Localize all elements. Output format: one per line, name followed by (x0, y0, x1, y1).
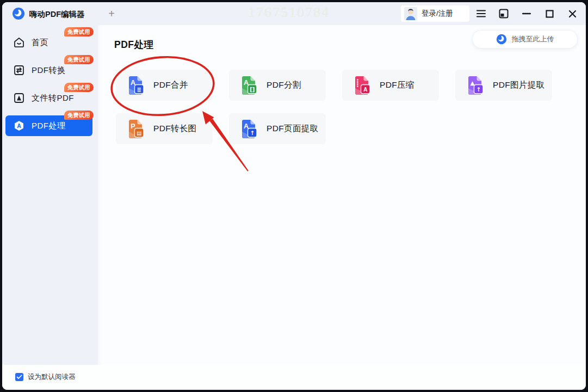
free-trial-badge: 免费试用 (64, 111, 94, 120)
svg-text:┋: ┋ (356, 79, 360, 87)
file-to-pdf-icon (13, 92, 25, 104)
card-pdf-compress[interactable]: ┋ A PDF压缩 (342, 70, 439, 101)
pdf-compress-icon: ┋ A (351, 75, 372, 96)
svg-text:[]: [] (250, 86, 255, 92)
upload-logo-icon (496, 34, 507, 45)
watermark-text: 1767510784 (248, 4, 330, 21)
free-trial-badge: 免费试用 (64, 27, 94, 36)
app-window: 嗨动PDF编辑器 + 1767510784 登录/注册 (2, 2, 586, 390)
card-pdf-page-extract[interactable]: A ↑ PDF页面提取 (229, 113, 326, 144)
app-logo-icon (12, 7, 25, 20)
card-pdf-merge[interactable]: A ≣ PDF合并 (116, 70, 213, 101)
sidebar-item-label: 文件转PDF (32, 93, 74, 103)
svg-text:A: A (17, 122, 21, 129)
svg-text:▤: ▤ (137, 130, 141, 136)
close-button[interactable] (564, 5, 580, 22)
card-label: PDF分割 (267, 79, 301, 91)
card-pdf-to-long-image[interactable]: P ▤ PDF转长图 (116, 113, 213, 144)
avatar (404, 7, 417, 20)
svg-text:A: A (363, 86, 367, 92)
svg-text:↑: ↑ (476, 85, 481, 92)
checkbox-checked-icon[interactable] (15, 373, 23, 381)
menu-hamburger-icon[interactable] (473, 5, 489, 22)
minimize-button[interactable] (518, 5, 535, 22)
default-reader-label: 设为默认阅读器 (28, 372, 76, 382)
page-title: PDF处理 (114, 38, 154, 51)
maximize-button[interactable] (541, 5, 558, 22)
sidebar-item-label: 首页 (32, 38, 48, 48)
pdf-image-extract-icon: ▲ ↑ (465, 75, 485, 96)
sidebar-item-label: PDF处理 (32, 121, 66, 131)
app-window-frame: 嗨动PDF编辑器 + 1767510784 登录/注册 (0, 0, 588, 392)
svg-text:▲: ▲ (470, 79, 475, 85)
card-label: PDF合并 (153, 79, 188, 91)
free-trial-badge: 免费试用 (64, 83, 94, 92)
pdf-page-extract-icon: A ↑ (238, 119, 259, 139)
login-label: 登录/注册 (422, 9, 453, 19)
pdf-convert-icon (13, 64, 25, 76)
home-icon (13, 36, 25, 48)
svg-text:↑: ↑ (250, 129, 255, 136)
pdf-to-long-image-icon: P ▤ (125, 119, 146, 139)
drag-upload-label: 拖拽至此上传 (512, 34, 554, 44)
card-label: PDF压缩 (380, 79, 414, 91)
login-button[interactable]: 登录/注册 (401, 5, 469, 22)
card-pdf-split[interactable]: A [] PDF分割 (229, 70, 326, 101)
card-label: PDF页面提取 (267, 123, 318, 134)
card-label: PDF图片提取 (493, 79, 544, 91)
pdf-split-icon: A [] (238, 75, 259, 96)
card-label: PDF转长图 (153, 123, 196, 134)
layout-panel-icon[interactable] (496, 5, 512, 22)
sidebar-item-label: PDF转换 (32, 65, 66, 76)
titlebar: 嗨动PDF编辑器 + 1767510784 登录/注册 (2, 2, 586, 25)
window-controls (473, 2, 580, 25)
footer-bar: 设为默认阅读器 (2, 365, 586, 390)
app-title: 嗨动PDF编辑器 (29, 9, 85, 20)
svg-text:≣: ≣ (137, 86, 141, 92)
main-content: PDF处理 拖拽至此上传 A ≣ (98, 25, 586, 365)
pdf-process-icon: A (13, 120, 25, 132)
sidebar: 免费试用 首页 免费试用 PDF转换 免费试用 (2, 25, 98, 365)
default-reader-toggle[interactable]: 设为默认阅读器 (15, 372, 76, 382)
card-pdf-image-extract[interactable]: ▲ ↑ PDF图片提取 (455, 70, 552, 101)
drag-upload-button[interactable]: 拖拽至此上传 (472, 30, 578, 48)
new-tab-button[interactable]: + (104, 7, 119, 21)
free-trial-badge: 免费试用 (64, 55, 94, 64)
pdf-merge-icon: A ≣ (125, 75, 146, 96)
